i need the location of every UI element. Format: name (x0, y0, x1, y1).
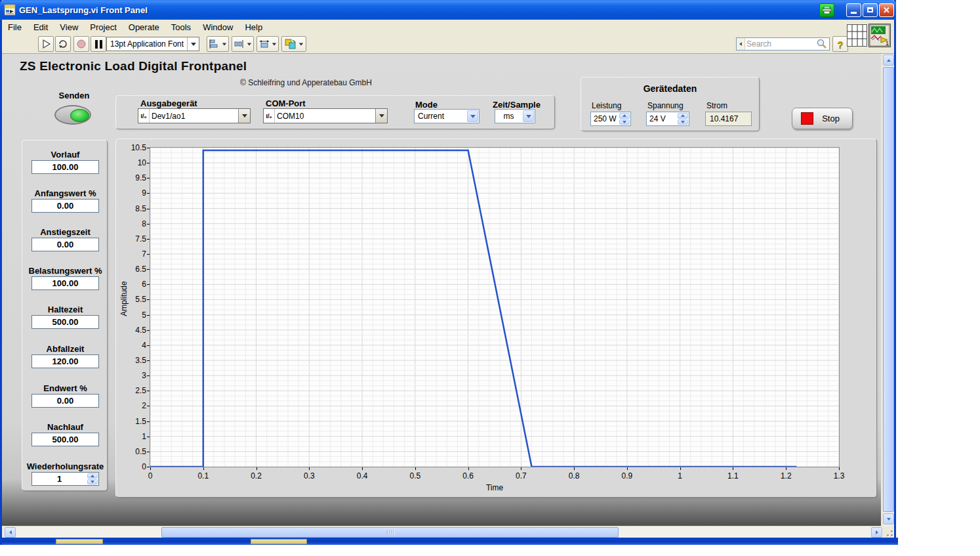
horizontal-scrollbar[interactable] (4, 526, 883, 538)
context-help-button[interactable]: ? (832, 36, 848, 52)
param-input[interactable]: 120.00 (31, 354, 99, 368)
menu-file[interactable]: File (2, 21, 28, 33)
vertical-scroll-thumb[interactable] (883, 67, 894, 512)
param-vorlauf: Vorlauf 100.00 (22, 150, 108, 174)
param-label: Haltezeit (22, 305, 108, 314)
spinner-up-icon (619, 113, 630, 119)
param-input[interactable]: 0.00 (31, 199, 99, 213)
pause-button[interactable] (91, 36, 106, 52)
ausgabegeraet-combo[interactable]: I/₀ Dev1/ao1 (138, 108, 251, 123)
chevron-down-icon (272, 43, 276, 45)
leistung-field[interactable]: 250 W (590, 112, 631, 126)
geraetedaten-title: Gerätedaten (581, 83, 759, 94)
background-window-fragment (56, 539, 103, 544)
y-tick-label: 8 (117, 219, 146, 228)
param-input[interactable]: 0.00 (31, 238, 99, 251)
x-tick-label: 0.5 (401, 471, 430, 481)
com-port-combo[interactable]: I/₀ COM10 (263, 108, 388, 123)
zeit-sample-dropdown[interactable] (523, 110, 534, 122)
ausgabegeraet-dropdown[interactable] (238, 109, 250, 123)
param-value: 1 (32, 473, 87, 485)
scroll-left-button[interactable] (5, 527, 16, 538)
com-port-value: COM10 (275, 109, 375, 123)
wiederholungsrate-spinner[interactable] (87, 473, 98, 484)
search-box[interactable] (736, 37, 830, 51)
alignment-grid-icon[interactable] (847, 24, 867, 47)
spannung-field[interactable]: 24 V (646, 112, 689, 126)
strom-label: Strom (706, 101, 727, 110)
menu-tools[interactable]: Tools (165, 21, 197, 33)
param-input[interactable]: 500.00 (31, 433, 99, 446)
spinner-up-icon (678, 113, 688, 119)
stop-button[interactable]: Stop (792, 108, 853, 129)
io-channel-icon: I/₀ (264, 109, 275, 123)
pause-icon (95, 40, 102, 49)
abort-button[interactable] (73, 36, 89, 52)
scroll-up-button[interactable] (883, 54, 894, 66)
menu-help[interactable]: Help (239, 21, 268, 33)
menu-edit[interactable]: Edit (28, 21, 54, 33)
run-continuous-button[interactable] (55, 36, 71, 52)
com-port-dropdown[interactable] (375, 109, 387, 123)
reorder-objects-button[interactable] (281, 36, 306, 52)
geraetedaten-group: Gerätedaten Leistung 250 W Spannung 24 V… (581, 77, 760, 131)
param-input[interactable]: 1 (31, 472, 99, 486)
menu-window[interactable]: Window (197, 21, 239, 33)
param-label: Belastungswert % (22, 266, 108, 276)
resize-objects-button[interactable] (256, 36, 279, 52)
minimize-button[interactable] (846, 3, 861, 17)
font-selector[interactable]: 13pt Application Font (106, 37, 199, 51)
search-input[interactable] (745, 39, 816, 49)
y-tick-label: 4.5 (117, 326, 146, 335)
zeit-sample-value: ms (495, 110, 522, 123)
maximize-icon (867, 7, 873, 12)
y-tick-label: 6 (117, 280, 146, 289)
chevron-down-icon (222, 43, 226, 45)
param-input[interactable]: 0.00 (31, 394, 99, 408)
spannung-spinner[interactable] (678, 113, 688, 125)
menu-view[interactable]: View (54, 21, 84, 33)
menu-operate[interactable]: Operate (123, 21, 165, 33)
titlebar[interactable]: GEN_Lastsprung.vi Front Panel ✕ (0, 0, 896, 20)
param-nachlauf: Nachlauf 500.00 (22, 422, 108, 446)
align-objects-icon (209, 39, 220, 49)
scroll-right-button[interactable] (871, 527, 882, 538)
leistung-spinner[interactable] (619, 113, 630, 125)
resize-grip[interactable] (883, 526, 894, 538)
resize-objects-icon (259, 39, 270, 49)
close-button[interactable]: ✕ (879, 3, 894, 17)
param-input[interactable]: 100.00 (31, 160, 99, 174)
maximize-button[interactable] (863, 3, 878, 17)
y-tick-label: 0.5 (117, 447, 146, 456)
param-belastungswert: Belastungswert % 100.00 (22, 266, 108, 290)
io-settings-group: Ausgabegerät I/₀ Dev1/ao1 COM-Port I/₀ C… (115, 95, 555, 129)
font-selector-dropdown[interactable] (187, 37, 199, 51)
scroll-down-button[interactable] (883, 513, 894, 524)
run-button[interactable] (38, 36, 54, 52)
vi-icon[interactable]: 1 (868, 24, 891, 47)
y-tick-label: 8.5 (117, 204, 146, 213)
plot-area (150, 147, 840, 467)
minimize-icon (851, 12, 857, 14)
zeit-sample-label: Zeit/Sample (493, 100, 541, 110)
spinner-down-icon (678, 119, 688, 125)
search-history-toggle[interactable] (737, 38, 745, 50)
parameters-group: Vorlauf 100.00 Anfangswert % 0.00 Anstie… (22, 140, 108, 491)
senden-button[interactable] (54, 105, 91, 125)
zeit-sample-combo[interactable]: ms (495, 109, 535, 123)
print-button[interactable] (819, 3, 834, 17)
align-objects-button[interactable] (207, 36, 229, 52)
horizontal-scroll-thumb[interactable] (161, 527, 619, 538)
param-input[interactable]: 500.00 (31, 315, 99, 329)
y-tick-label: 1 (117, 432, 146, 441)
param-anfangswert: Anfangswert % 0.00 (22, 188, 108, 213)
mode-dropdown[interactable] (467, 110, 478, 122)
y-tick-label: 7.5 (117, 234, 146, 244)
vertical-scrollbar[interactable] (883, 54, 894, 526)
param-input[interactable]: 100.00 (31, 276, 99, 290)
chevron-down-icon (242, 114, 247, 118)
mode-combo[interactable]: Current (414, 109, 480, 123)
reorder-objects-icon (285, 39, 296, 49)
distribute-objects-button[interactable] (232, 36, 254, 52)
menu-project[interactable]: Project (84, 21, 122, 33)
